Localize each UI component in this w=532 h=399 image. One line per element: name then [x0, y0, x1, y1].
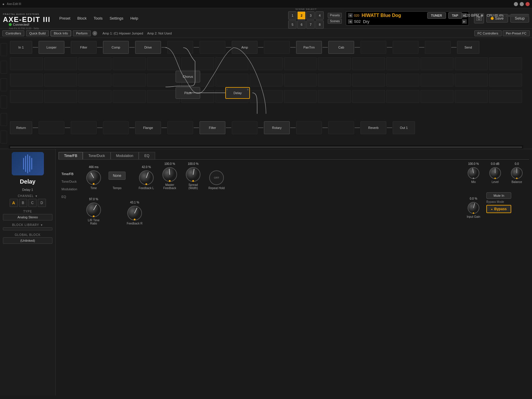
block-empty-5[interactable]: [393, 41, 418, 54]
scene-btn-2[interactable]: 2: [297, 11, 306, 20]
block-looper[interactable]: Looper: [39, 41, 64, 54]
block-empty-2[interactable]: [200, 41, 225, 54]
block-rotary[interactable]: Rotary: [264, 121, 290, 134]
ch-btn-c[interactable]: C: [28, 199, 37, 207]
nav-tools[interactable]: Tools: [91, 15, 105, 22]
r4b4[interactable]: [113, 90, 146, 103]
tuner-btn[interactable]: TUNER: [427, 12, 446, 19]
mute-in-btn[interactable]: Mute In: [486, 192, 511, 199]
scene-btn-8[interactable]: 8: [315, 20, 324, 29]
bb8[interactable]: [232, 121, 258, 134]
r2b8[interactable]: [250, 57, 283, 70]
r3b14[interactable]: [455, 74, 488, 87]
block-in1[interactable]: In 1: [10, 41, 32, 54]
r3b15[interactable]: [489, 74, 522, 87]
r3b5[interactable]: [147, 74, 180, 87]
ch-btn-a[interactable]: A: [10, 199, 18, 207]
r4b3[interactable]: [78, 90, 111, 103]
ch-btn-d[interactable]: D: [38, 199, 46, 207]
r4b12[interactable]: [386, 90, 419, 103]
r2b4[interactable]: [113, 57, 146, 70]
scene-btn-1[interactable]: 1: [288, 11, 296, 20]
block-empty-3[interactable]: [264, 41, 290, 54]
knob-feedbackl-svg[interactable]: [138, 170, 154, 186]
block-comp[interactable]: Comp: [103, 41, 129, 54]
block-out1[interactable]: Out 1: [393, 121, 415, 134]
block-pantrm[interactable]: PanTrm: [296, 41, 322, 54]
knob-time-svg[interactable]: [86, 170, 102, 186]
r2b15[interactable]: [489, 57, 522, 70]
r4b5[interactable]: [147, 90, 180, 103]
fc-controllers-btn[interactable]: FC Controllers: [474, 30, 502, 36]
bb2[interactable]: [39, 121, 64, 134]
channel-arrow[interactable]: ▼: [35, 195, 37, 198]
r2b10[interactable]: [318, 57, 351, 70]
block-filter-top[interactable]: Filter: [71, 41, 97, 54]
bb6[interactable]: [167, 121, 193, 134]
subtab-modulation[interactable]: Modulation: [59, 186, 82, 192]
bb4[interactable]: [103, 121, 129, 134]
knob-spread-svg[interactable]: [185, 167, 201, 182]
r2b13[interactable]: [421, 57, 454, 70]
block-pitch-float[interactable]: Pitch: [176, 87, 200, 99]
scene-btn-6[interactable]: 6: [297, 20, 306, 29]
tempo-btn[interactable]: None: [109, 172, 126, 180]
bb11[interactable]: [328, 121, 354, 134]
bb10[interactable]: [296, 121, 322, 134]
knob-inputgain-svg[interactable]: [467, 201, 480, 214]
block-empty-4[interactable]: [361, 41, 386, 54]
r2b7[interactable]: [215, 57, 248, 70]
block-empty-1[interactable]: [167, 41, 193, 54]
r3b2[interactable]: [44, 74, 77, 87]
nav-block[interactable]: Block: [74, 15, 90, 22]
subtab-timefb[interactable]: Time/FB: [59, 171, 82, 177]
tab-tone-duck[interactable]: Tone/Duck: [83, 152, 111, 159]
tap-btn[interactable]: TAP: [448, 12, 462, 19]
grid-scrollbar[interactable]: [9, 145, 523, 149]
maximize-btn[interactable]: [520, 2, 524, 6]
scene-btn-7[interactable]: 7: [306, 20, 315, 29]
knob-masterfb-svg[interactable]: [162, 167, 178, 182]
knob-level-svg[interactable]: [489, 167, 502, 179]
block-drive[interactable]: Drive: [135, 41, 161, 54]
block-return[interactable]: Return: [10, 121, 32, 134]
nav-preset[interactable]: Preset: [56, 15, 73, 22]
r2b3[interactable]: [78, 57, 111, 70]
r3b10[interactable]: [318, 74, 351, 87]
scene-btn-4[interactable]: 4: [315, 11, 324, 20]
bb3[interactable]: [71, 121, 97, 134]
block-cab[interactable]: Cab: [328, 41, 354, 54]
block-library-btn[interactable]: [3, 227, 52, 230]
r4b1[interactable]: [10, 90, 43, 103]
scenes-btn[interactable]: Scenes: [328, 19, 342, 24]
block-info-btn[interactable]: Block Info: [51, 30, 71, 36]
r4b9[interactable]: [284, 90, 317, 103]
library-arrow[interactable]: ▼: [40, 224, 43, 227]
quick-build-btn[interactable]: Quick Build: [26, 30, 49, 36]
scene-arrow-right[interactable]: ▶: [462, 19, 467, 24]
r3b7[interactable]: [215, 74, 248, 87]
r2b12[interactable]: [386, 57, 419, 70]
close-btn[interactable]: [526, 2, 530, 6]
subtab-eq[interactable]: EQ: [59, 194, 82, 200]
knob-lrratio-svg[interactable]: [86, 202, 102, 218]
tab-eq[interactable]: EQ: [139, 152, 155, 159]
block-chorus-float[interactable]: Chorus: [176, 71, 200, 82]
r4b2[interactable]: [44, 90, 77, 103]
r3b4[interactable]: [113, 74, 146, 87]
r4b13[interactable]: [421, 90, 454, 103]
perform-btn[interactable]: Perform: [73, 30, 91, 36]
r3b11[interactable]: [352, 74, 385, 87]
block-flange[interactable]: Flange: [135, 121, 161, 134]
r3b9[interactable]: [284, 74, 317, 87]
scene-btn-3[interactable]: 3: [306, 11, 315, 20]
r4b15[interactable]: [489, 90, 522, 103]
r4b8[interactable]: [250, 90, 283, 103]
tab-timefb[interactable]: Time/FB: [59, 152, 83, 159]
r4b11[interactable]: [352, 90, 385, 103]
nav-help[interactable]: Help: [127, 15, 141, 22]
bypass-btn[interactable]: ● Bypass: [486, 205, 511, 213]
knob-feedbackr-svg[interactable]: [127, 205, 143, 221]
r4b14[interactable]: [455, 90, 488, 103]
knob-balance-svg[interactable]: [510, 167, 523, 179]
